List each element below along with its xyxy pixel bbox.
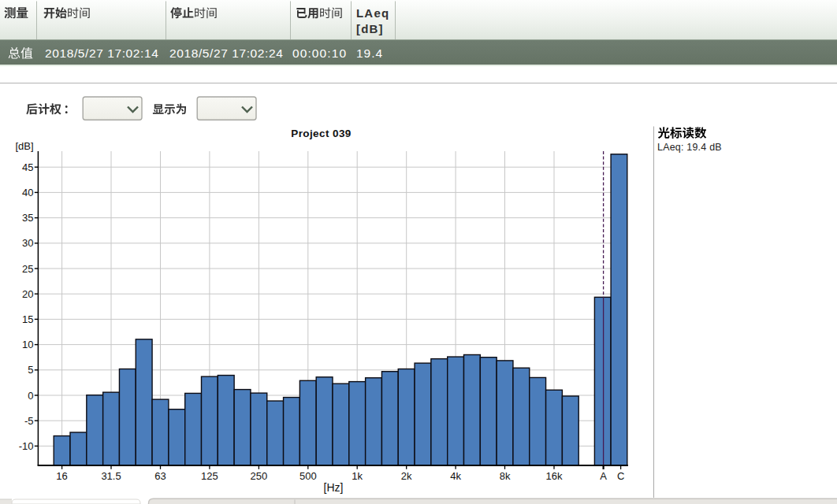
svg-text:10: 10 — [22, 339, 33, 350]
svg-text:C: C — [617, 470, 624, 482]
svg-text:25: 25 — [22, 263, 33, 275]
svg-text:500: 500 — [299, 470, 317, 482]
svg-text:31.5: 31.5 — [101, 470, 121, 482]
svg-text:5: 5 — [28, 364, 33, 376]
svg-text:-10: -10 — [19, 440, 34, 452]
svg-text:[Hz]: [Hz] — [324, 481, 344, 494]
svg-text:[dB]: [dB] — [16, 140, 34, 152]
svg-text:30: 30 — [22, 237, 33, 249]
svg-text:35: 35 — [22, 212, 33, 224]
svg-text:[dB]: [dB] — [356, 22, 384, 35]
svg-text:LAeq: 19.4 dB: LAeq: 19.4 dB — [657, 142, 722, 153]
svg-text:0: 0 — [28, 390, 33, 402]
svg-text:2k: 2k — [401, 470, 412, 482]
svg-text:A: A — [600, 470, 607, 482]
svg-text:40: 40 — [22, 187, 33, 198]
svg-text:16: 16 — [56, 470, 67, 482]
svg-text:63: 63 — [154, 470, 166, 482]
svg-text:8k: 8k — [500, 470, 511, 482]
svg-text:1k: 1k — [352, 470, 363, 482]
svg-text:19.4: 19.4 — [356, 46, 383, 60]
svg-text:LAeq: LAeq — [356, 6, 389, 20]
svg-text:4k: 4k — [450, 470, 461, 482]
svg-text:45: 45 — [22, 161, 33, 173]
svg-text:2018/5/27 17:02:24: 2018/5/27 17:02:24 — [169, 46, 283, 60]
svg-text:-5: -5 — [24, 415, 34, 427]
svg-text:00:00:10: 00:00:10 — [292, 46, 347, 60]
svg-text:20: 20 — [22, 288, 33, 300]
svg-text:15: 15 — [22, 313, 33, 325]
svg-text:125: 125 — [201, 470, 218, 482]
svg-text:16k: 16k — [545, 470, 562, 482]
svg-text:2018/5/27 17:02:14: 2018/5/27 17:02:14 — [45, 46, 158, 60]
svg-text:250: 250 — [251, 470, 268, 482]
svg-text:Project 039: Project 039 — [291, 128, 351, 139]
